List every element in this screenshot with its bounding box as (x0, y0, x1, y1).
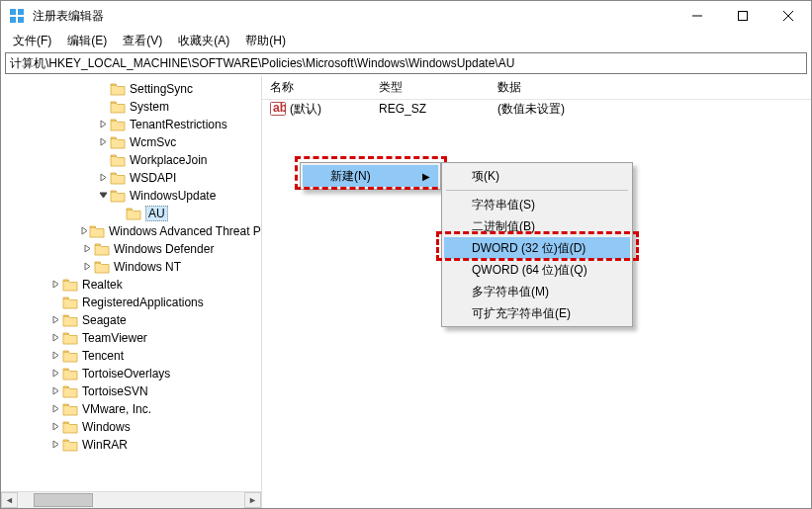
tree-item[interactable]: SettingSync (1, 80, 261, 98)
list-row[interactable]: ab (默认) REG_SZ (数值未设置) (262, 100, 811, 118)
folder-icon (110, 189, 126, 203)
tree-item-label: Seagate (82, 313, 127, 327)
tree-item[interactable]: Windows NT (1, 258, 261, 276)
menu-favorites[interactable]: 收藏夹(A) (170, 31, 237, 51)
submenu-multistring[interactable]: 多字符串值(M) (444, 281, 630, 302)
tree-item-label: Windows (82, 420, 131, 434)
expand-icon[interactable] (96, 120, 110, 130)
context-menu-new[interactable]: 新建(N) ▶ (303, 165, 438, 187)
submenu-binary[interactable]: 二进制值(B) (444, 215, 630, 237)
expand-icon[interactable] (48, 333, 62, 344)
string-value-icon: ab (270, 102, 286, 116)
context-menu-new-submenu[interactable]: 项(K) 字符串值(S) 二进制值(B) DWORD (32 位)值(D) QW… (441, 162, 633, 327)
tree-item[interactable]: TenantRestrictions (1, 116, 261, 133)
expand-icon[interactable] (48, 404, 62, 415)
submenu-qword[interactable]: QWORD (64 位)值(Q) (444, 259, 630, 281)
tree-item[interactable]: Seagate (1, 311, 261, 329)
tree-item[interactable]: TortoiseOverlays (1, 365, 261, 382)
submenu-binary-label: 二进制值(B) (472, 218, 535, 235)
tree-item-label: AU (145, 206, 168, 221)
tree-item-label: WorkplaceJoin (130, 153, 207, 167)
tree-item[interactable]: Tencent (1, 347, 261, 365)
expand-icon[interactable] (48, 440, 62, 451)
address-bar[interactable]: 计算机\HKEY_LOCAL_MACHINE\SOFTWARE\Policies… (5, 52, 807, 74)
folder-icon (110, 153, 126, 167)
column-type[interactable]: 类型 (371, 79, 490, 96)
context-menu-main[interactable]: 新建(N) ▶ (300, 162, 441, 190)
column-name[interactable]: 名称 (262, 79, 371, 96)
value-data: (数值未设置) (490, 101, 811, 118)
tree-item[interactable]: System (1, 98, 261, 116)
value-name: (默认) (290, 102, 321, 116)
expand-icon[interactable] (48, 369, 62, 380)
svg-rect-0 (10, 9, 16, 15)
submenu-key[interactable]: 项(K) (444, 165, 630, 187)
close-button[interactable] (766, 1, 811, 31)
svg-rect-5 (739, 12, 748, 21)
scroll-thumb[interactable] (34, 493, 93, 507)
scroll-left-button[interactable]: ◄ (1, 492, 18, 508)
tree-item[interactable]: TeamViewer (1, 329, 261, 347)
expand-icon[interactable] (80, 226, 89, 237)
tree-item[interactable]: WindowsUpdate (1, 187, 261, 205)
maximize-button[interactable] (720, 1, 766, 31)
expand-icon[interactable] (96, 137, 110, 148)
collapse-icon[interactable] (96, 191, 110, 202)
submenu-arrow-icon: ▶ (422, 171, 430, 182)
tree-item[interactable]: Windows Advanced Threat Protection (1, 222, 261, 240)
submenu-expandstring-label: 可扩充字符串值(E) (472, 305, 571, 322)
submenu-dword[interactable]: DWORD (32 位)值(D) (444, 237, 630, 259)
horizontal-scrollbar[interactable]: ◄ ► (1, 491, 261, 508)
expand-icon[interactable] (80, 244, 94, 255)
expand-icon[interactable] (48, 280, 62, 291)
tree-item-label: TortoiseOverlays (82, 367, 170, 381)
tree-item[interactable]: TortoiseSVN (1, 382, 261, 400)
scroll-track[interactable] (18, 492, 244, 508)
tree-item[interactable]: WcmSvc (1, 133, 261, 151)
tree-pane: SettingSyncSystemTenantRestrictionsWcmSv… (1, 76, 262, 508)
folder-icon (110, 82, 126, 96)
tree-item-label: VMware, Inc. (82, 402, 151, 416)
address-path: 计算机\HKEY_LOCAL_MACHINE\SOFTWARE\Policies… (10, 55, 514, 72)
submenu-dword-label: DWORD (32 位)值(D) (472, 240, 586, 257)
tree-item[interactable]: WorkplaceJoin (1, 151, 261, 169)
value-type: REG_SZ (371, 102, 490, 116)
tree-item[interactable]: Windows (1, 418, 261, 436)
tree-item[interactable]: Windows Defender (1, 240, 261, 258)
expand-icon[interactable] (48, 351, 62, 362)
submenu-expandstring[interactable]: 可扩充字符串值(E) (444, 302, 630, 324)
expand-icon[interactable] (80, 262, 94, 273)
tree-item-label: WcmSvc (130, 135, 176, 149)
menu-help[interactable]: 帮助(H) (237, 31, 294, 51)
menu-file[interactable]: 文件(F) (5, 31, 59, 51)
context-menu-new-label: 新建(N) (330, 168, 371, 185)
tree-item[interactable]: WSDAPI (1, 169, 261, 187)
submenu-string[interactable]: 字符串值(S) (444, 194, 630, 215)
tree-item-label: Windows NT (114, 260, 181, 274)
submenu-string-label: 字符串值(S) (472, 197, 535, 213)
folder-icon (62, 384, 78, 398)
column-data[interactable]: 数据 (490, 79, 811, 96)
tree-item[interactable]: Realtek (1, 276, 261, 294)
tree-item[interactable]: AU (1, 205, 261, 222)
folder-icon (62, 296, 78, 309)
regedit-icon (9, 8, 25, 24)
expand-icon[interactable] (96, 173, 110, 184)
folder-icon (110, 118, 126, 131)
tree-item[interactable]: WinRAR (1, 436, 261, 454)
tree-item[interactable]: RegisteredApplications (1, 294, 261, 311)
value-name-cell: ab (默认) (262, 101, 371, 118)
folder-icon (62, 420, 78, 434)
expand-icon[interactable] (48, 315, 62, 326)
expand-icon[interactable] (48, 386, 62, 397)
window-title: 注册表编辑器 (33, 8, 675, 25)
expand-icon[interactable] (48, 422, 62, 433)
tree-item[interactable]: VMware, Inc. (1, 400, 261, 418)
menu-edit[interactable]: 编辑(E) (59, 31, 115, 51)
minimize-button[interactable] (675, 1, 720, 31)
folder-icon (62, 438, 78, 452)
submenu-key-label: 项(K) (472, 168, 499, 185)
tree[interactable]: SettingSyncSystemTenantRestrictionsWcmSv… (1, 76, 261, 508)
menu-view[interactable]: 查看(V) (115, 31, 170, 51)
scroll-right-button[interactable]: ► (244, 492, 261, 508)
